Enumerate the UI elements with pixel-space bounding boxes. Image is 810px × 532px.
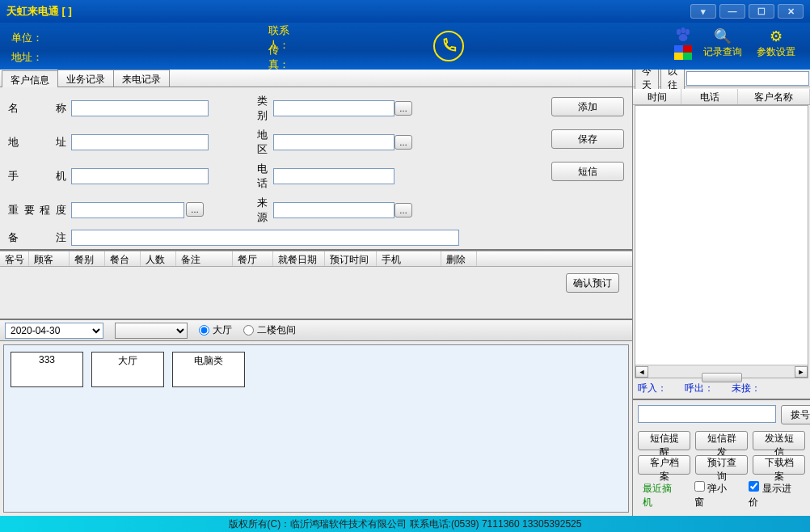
tab-customer-info[interactable]: 客户信息 (2, 70, 58, 87)
label-importance: 重要程度 (8, 203, 71, 217)
input-mobile[interactable] (71, 168, 209, 184)
right-search-input[interactable] (686, 71, 809, 86)
address-label: 地址： (11, 50, 47, 65)
missed-label: 未接： (732, 382, 761, 395)
settings-button[interactable]: ⚙ 参数设置 (752, 27, 800, 59)
maximize-button[interactable]: ☐ (749, 4, 774, 19)
tab-call-log[interactable]: 来电记录 (113, 70, 170, 87)
svg-point-2 (686, 29, 690, 35)
room-combo[interactable] (115, 323, 188, 339)
add-button[interactable]: 添加 (551, 97, 624, 116)
lookup-importance[interactable]: … (186, 202, 204, 217)
show-price-checkbox[interactable]: 显示进价 (749, 481, 800, 509)
input-remark[interactable] (71, 230, 459, 246)
booking-table-header: 客号 顾客 餐别 餐台 人数 备注 餐厅 就餐日期 预订时间 手机 删除 (0, 251, 632, 267)
fax-label: 传 真： (268, 43, 289, 72)
date-select[interactable]: 2020-04-30 (5, 323, 103, 339)
records-query-button[interactable]: 🔍 记录查询 (698, 27, 747, 59)
input-name[interactable] (71, 100, 209, 116)
scroll-thumb[interactable] (702, 373, 742, 382)
call-out-label: 呼出： (685, 382, 714, 395)
scroll-left-icon[interactable]: ◄ (635, 366, 648, 378)
label-category: 类 别 (257, 94, 273, 123)
call-in-label: 呼入： (638, 382, 667, 395)
copyright-text: 版权所有(C)：临沂鸿瑞软件技术有限公司 联系电话:(0539) 7111360… (229, 517, 582, 531)
sms-remind-button[interactable]: 短信提醒 (638, 431, 690, 450)
dropdown-button[interactable]: ▾ (690, 4, 716, 19)
dial-input[interactable] (638, 405, 776, 423)
booking-query-button[interactable]: 预订查询 (695, 455, 748, 475)
radio-room[interactable]: 二楼包间 (243, 323, 296, 337)
footer-bar: 版权所有(C)：临沂鸿瑞软件技术有限公司 联系电话:(0539) 7111360… (0, 516, 810, 532)
save-button[interactable]: 保存 (551, 129, 624, 149)
input-source[interactable] (273, 202, 394, 218)
sms-mass-button[interactable]: 短信群发 (695, 431, 748, 450)
seating-area: 333 大厅 电脑类 (3, 344, 629, 513)
recent-offhook-label: 最近摘机 (643, 482, 681, 509)
close-button[interactable]: ✕ (778, 4, 804, 19)
gear-icon: ⚙ (770, 27, 783, 45)
label-source: 来 源 (257, 196, 273, 225)
input-importance[interactable] (71, 202, 184, 218)
header-band: 单位： 联系人： 地址： 传 真： 🔍 记录查询 ⚙ 参数设置 (0, 23, 810, 70)
label-remark: 备 注 (8, 230, 71, 245)
input-address[interactable] (71, 134, 209, 150)
radio-hall[interactable]: 大厅 (199, 323, 232, 337)
lookup-source[interactable]: … (394, 203, 412, 217)
horizontal-scrollbar[interactable]: ◄ ► (635, 365, 808, 378)
right-table-header: 时间 电话 客户名称 (633, 89, 810, 105)
lookup-category[interactable]: … (394, 101, 412, 116)
tab-biz-log[interactable]: 业务记录 (57, 70, 114, 87)
dial-button[interactable]: 拨号 (781, 405, 810, 424)
svg-point-0 (677, 29, 681, 35)
scroll-right-icon[interactable]: ► (795, 366, 808, 378)
right-table-body: ◄ ► (635, 105, 808, 378)
label-mobile: 手 机 (8, 169, 71, 184)
baidu-icon[interactable] (674, 27, 690, 44)
input-category[interactable] (273, 100, 394, 116)
customer-form: 名 称 类 别 … 地 址 地 区 … 手 (0, 87, 632, 251)
customer-file-button[interactable]: 客户档案 (638, 455, 690, 475)
svg-point-3 (679, 34, 688, 41)
google-icon[interactable] (674, 45, 690, 61)
seat-card[interactable]: 大厅 (91, 352, 164, 387)
left-tabs: 客户信息 业务记录 来电记录 (0, 70, 632, 87)
mid-toolbar: 2020-04-30 大厅 二楼包间 (0, 320, 632, 341)
booking-table-body: 确认预订 (0, 267, 632, 320)
label-name: 名 称 (8, 101, 71, 116)
download-file-button[interactable]: 下载档案 (753, 455, 805, 475)
dial-panel: 拨号 短信提醒 短信群发 发送短信 客户档案 预订查询 下载档案 最近摘机 弹小… (633, 399, 810, 516)
svg-point-1 (681, 27, 685, 33)
seat-card[interactable]: 333 (11, 352, 83, 387)
input-region[interactable] (273, 134, 394, 150)
confirm-booking-button[interactable]: 确认预订 (566, 273, 619, 293)
label-region: 地 区 (257, 128, 273, 157)
label-address: 地 址 (8, 135, 71, 150)
phone-icon[interactable] (433, 31, 464, 61)
right-tabs: 今天 以往 查询 (633, 70, 810, 87)
title-bar: 天虹来电通 [ ] ▾ — ☐ ✕ (0, 0, 810, 23)
window-title: 天虹来电通 [ ] (6, 4, 687, 19)
input-phone[interactable] (273, 168, 394, 184)
lookup-region[interactable]: … (394, 135, 412, 150)
minimize-button[interactable]: — (719, 4, 745, 19)
label-phone: 电 话 (257, 162, 273, 191)
popup-checkbox[interactable]: 弹小窗 (694, 481, 736, 509)
sms-send-button[interactable]: 发送短信 (753, 431, 805, 450)
search-icon: 🔍 (714, 27, 732, 45)
unit-label: 单位： (11, 31, 47, 45)
seat-card[interactable]: 电脑类 (172, 352, 245, 387)
sms-button[interactable]: 短信 (551, 162, 624, 181)
